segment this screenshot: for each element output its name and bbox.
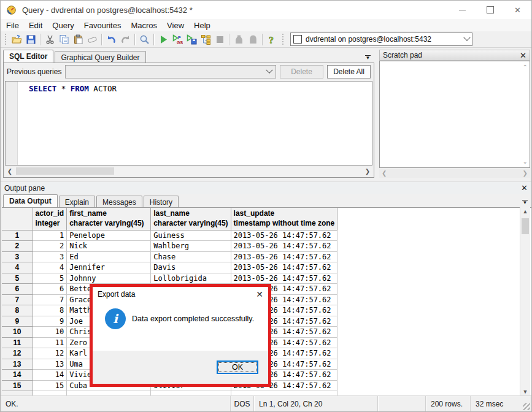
row-number-cell[interactable]: 8 bbox=[2, 305, 33, 316]
scratch-pad-hscrollbar[interactable]: ❮ ❯ bbox=[379, 168, 530, 178]
tab-messages[interactable]: Messages bbox=[96, 196, 142, 208]
paste-button[interactable] bbox=[71, 32, 85, 47]
row-number-cell[interactable]: 9 bbox=[2, 316, 33, 327]
scroll-right-icon[interactable]: ❯ bbox=[363, 166, 372, 176]
cell-last-name[interactable]: Chase bbox=[151, 251, 231, 262]
cell-actor-id[interactable]: 8 bbox=[33, 305, 67, 316]
row-number-cell[interactable]: 1 bbox=[2, 230, 33, 241]
connection-combobox[interactable]: dvdrental on postgres@localhost:5432 bbox=[290, 32, 472, 46]
minimize-button[interactable] bbox=[449, 1, 476, 19]
run-pgscript-button[interactable]: PGS bbox=[171, 32, 185, 47]
delete-button[interactable]: Delete bbox=[280, 65, 323, 78]
cell-first-name[interactable]: Penelope bbox=[67, 230, 151, 241]
scratch-pad-close-icon[interactable]: ✕ bbox=[520, 51, 526, 60]
row-number-cell[interactable]: 13 bbox=[2, 359, 33, 370]
toolbar-grip-2[interactable] bbox=[282, 34, 285, 45]
row-number-cell[interactable]: 14 bbox=[2, 370, 33, 381]
scroll-left-icon[interactable]: ❮ bbox=[382, 170, 387, 177]
row-number-cell[interactable]: 6 bbox=[2, 284, 33, 295]
output-pane-close-icon[interactable]: ✕ bbox=[521, 183, 528, 193]
menu-help[interactable]: Help bbox=[191, 20, 217, 31]
row-number-cell[interactable]: 2 bbox=[2, 241, 33, 252]
scroll-down-icon[interactable]: ⌄ bbox=[523, 158, 528, 165]
cell-last-update[interactable]: 2013-05-26 14:47:57.62 bbox=[231, 241, 337, 252]
row-number-cell[interactable]: 7 bbox=[2, 294, 33, 305]
menu-view[interactable]: View bbox=[164, 20, 191, 31]
menu-favourites[interactable]: Favourites bbox=[81, 20, 128, 31]
cell-actor-id[interactable]: 14 bbox=[33, 370, 67, 381]
cell-actor-id[interactable]: 3 bbox=[33, 251, 67, 262]
row-number-cell[interactable]: 5 bbox=[2, 273, 33, 284]
row-number-cell[interactable]: 12 bbox=[2, 348, 33, 359]
cell-actor-id[interactable]: 7 bbox=[33, 294, 67, 305]
explain-button[interactable] bbox=[199, 32, 213, 47]
stop-button[interactable] bbox=[213, 32, 227, 47]
open-button[interactable] bbox=[10, 32, 24, 47]
scroll-left-icon[interactable]: ❮ bbox=[5, 166, 15, 176]
cell-actor-id[interactable]: 13 bbox=[33, 359, 67, 370]
cell-first-name[interactable]: Johnny bbox=[67, 273, 151, 284]
tab-graphical-query-builder[interactable]: Graphical Query Builder bbox=[55, 51, 145, 63]
cell-last-update[interactable]: 2013-05-26 14:47:57.62 bbox=[231, 230, 337, 241]
clear-button[interactable] bbox=[85, 32, 99, 47]
cell-actor-id[interactable]: 12 bbox=[33, 348, 67, 359]
cell-first-name[interactable]: Nick bbox=[67, 241, 151, 252]
ok-button[interactable]: OK bbox=[217, 360, 258, 374]
tab-list-menu-icon[interactable]: ▼ bbox=[522, 200, 528, 205]
find-button[interactable] bbox=[137, 32, 152, 47]
close-button[interactable]: ✕ bbox=[504, 1, 531, 19]
cell-actor-id[interactable]: 9 bbox=[33, 316, 67, 327]
sql-editor-area[interactable]: SELECT * FROM ACTOR bbox=[5, 81, 372, 166]
toolbar-grip[interactable] bbox=[4, 34, 7, 45]
dialog-title-bar[interactable]: Export data ✕ bbox=[93, 287, 268, 301]
chevron-down-icon[interactable] bbox=[463, 34, 470, 41]
scroll-down-icon[interactable]: ▼ bbox=[520, 389, 530, 395]
cut-button[interactable] bbox=[43, 32, 57, 47]
column-header-last-update[interactable]: last_updatetimestamp without time zone bbox=[231, 208, 337, 230]
column-header-last-name[interactable]: last_namecharacter varying(45) bbox=[151, 208, 231, 230]
chevron-down-icon[interactable] bbox=[266, 66, 272, 73]
help-button[interactable]: ? bbox=[265, 32, 279, 47]
previous-queries-combobox[interactable] bbox=[65, 65, 276, 78]
cell-first-name[interactable]: Jennifer bbox=[67, 262, 151, 273]
save-button[interactable] bbox=[24, 32, 38, 47]
cell-actor-id[interactable]: 6 bbox=[33, 284, 67, 295]
menu-edit[interactable]: Edit bbox=[26, 20, 49, 31]
menu-macros[interactable]: Macros bbox=[128, 20, 164, 31]
run-to-file-button[interactable] bbox=[185, 32, 199, 47]
tab-explain[interactable]: Explain bbox=[59, 196, 95, 208]
cell-actor-id[interactable]: 11 bbox=[33, 337, 67, 348]
row-number-cell[interactable]: 11 bbox=[2, 337, 33, 348]
scroll-up-icon[interactable]: ▲ bbox=[520, 208, 530, 215]
cell-actor-id[interactable]: 15 bbox=[33, 380, 67, 391]
tab-list-menu-icon[interactable]: ▼ bbox=[365, 55, 371, 60]
scroll-up-icon[interactable]: ⌃ bbox=[523, 64, 528, 71]
undo-button[interactable] bbox=[104, 32, 118, 47]
sql-text[interactable]: SELECT * FROM ACTOR bbox=[18, 82, 117, 165]
scratch-pad-textarea[interactable]: ⌃ ⌄ bbox=[379, 61, 530, 168]
cell-last-name[interactable]: Davis bbox=[151, 262, 231, 273]
editor-hscrollbar[interactable]: ❮ ❯ bbox=[5, 166, 372, 176]
tab-sql-editor[interactable]: SQL Editor bbox=[3, 50, 53, 63]
hscroll-thumb[interactable] bbox=[16, 167, 114, 175]
delete-all-button[interactable]: Delete All bbox=[327, 65, 371, 78]
menu-query[interactable]: Query bbox=[49, 20, 80, 31]
column-header-actor-id[interactable]: actor_idinteger bbox=[33, 208, 67, 230]
connection-checkbox[interactable] bbox=[293, 35, 302, 44]
maximize-button[interactable] bbox=[476, 1, 504, 19]
cell-last-name[interactable]: Lollobrigida bbox=[151, 273, 231, 284]
cell-last-name[interactable]: Wahlberg bbox=[151, 241, 231, 252]
menu-file[interactable]: File bbox=[3, 20, 26, 31]
grid-corner-cell[interactable] bbox=[2, 208, 33, 230]
tab-data-output[interactable]: Data Output bbox=[3, 194, 58, 207]
copy-button[interactable] bbox=[57, 32, 71, 47]
rollback-button[interactable] bbox=[246, 32, 260, 47]
cell-actor-id[interactable]: 2 bbox=[33, 241, 67, 252]
cell-first-name[interactable]: Ed bbox=[67, 251, 151, 262]
cell-last-update[interactable]: 2013-05-26 14:47:57.62 bbox=[231, 251, 337, 262]
row-number-cell[interactable]: 10 bbox=[2, 327, 33, 338]
column-header-first-name[interactable]: first_namecharacter varying(45) bbox=[67, 208, 151, 230]
grid-vscrollbar[interactable]: ▲ ▼ bbox=[520, 207, 530, 396]
commit-button[interactable] bbox=[232, 32, 246, 47]
resize-grip[interactable] bbox=[523, 403, 530, 410]
